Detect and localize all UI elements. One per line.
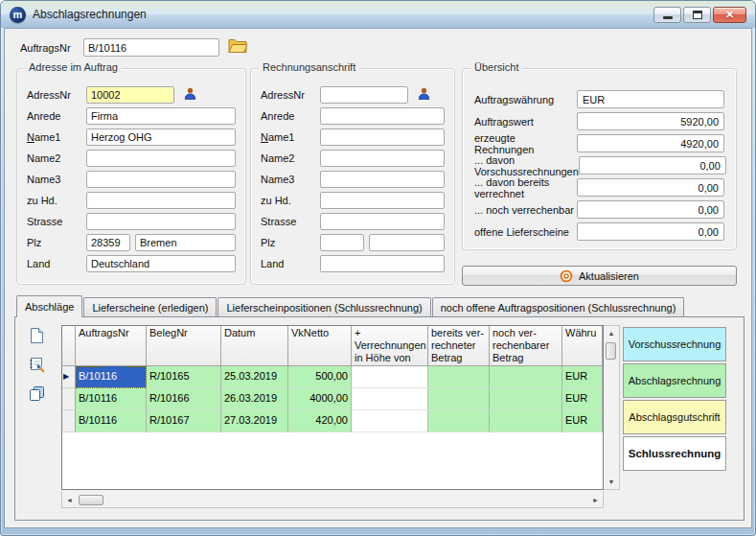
grid-vertical-scrollbar[interactable]: ▲ ▼ [604,325,620,490]
anrede-input[interactable] [320,107,445,125]
abschlagsrechnung-button[interactable]: Abschlagsrechnung [623,363,726,398]
cell-verrechnungen[interactable] [352,366,428,388]
grid-row[interactable]: B/10116 R/10167 27.03.2019 420,00 EUR [62,410,603,432]
aktualisieren-label: Aktualisieren [579,270,639,282]
cell-vknetto[interactable]: 4000,00 [288,388,352,410]
tab-lieferscheinpositionen[interactable]: Lieferscheinpositionen (Schlussrechnung) [218,297,430,317]
name3-input[interactable] [86,171,236,188]
noch-verrechenbar-value[interactable] [577,200,724,219]
adressnr-input[interactable] [320,86,408,104]
cell-noch-verrechenbar[interactable] [490,410,562,432]
grid-row[interactable]: B/10116 R/10166 26.03.2019 4000,00 EUR [62,388,603,410]
cell-belegnr[interactable]: R/10167 [147,410,221,432]
name2-label: Name2 [261,152,320,164]
plz-label: Plz [261,237,320,248]
name1-input[interactable] [320,128,445,146]
auftragswaehrung-value[interactable] [577,90,724,108]
col-header-datum[interactable]: Datum [221,326,288,366]
scroll-right-icon[interactable]: ► [588,493,603,507]
cell-bereits-verrechnet[interactable] [428,410,490,432]
col-header-vknetto[interactable]: VkNetto [288,326,352,366]
tab-offene-auftragspositionen[interactable]: noch offene Auftragspositionen (Schlussr… [432,297,685,317]
col-header-bereits-verrechnet[interactable]: bereits ver- rechneter Betrag [428,326,490,366]
grid-horizontal-scrollbar[interactable]: ◄ ► [61,492,604,508]
col-header-auftragsnr[interactable]: AuftragsNr [76,326,147,366]
cell-datum[interactable]: 27.03.2019 [221,410,288,432]
cell-verrechnungen[interactable] [352,388,428,410]
cell-waehrung[interactable]: EUR [562,366,603,388]
col-header-noch-verrechenbar[interactable]: noch ver- rechenbarer Betrag [490,326,562,366]
cell-bereits-verrechnet[interactable] [428,388,490,410]
cell-waehrung[interactable]: EUR [562,388,603,410]
cell-waehrung[interactable]: EUR [562,410,603,432]
cell-noch-verrechenbar[interactable] [490,366,562,388]
copy-document-icon[interactable] [26,383,47,404]
name2-input[interactable] [320,150,445,167]
auftragsnr-input[interactable] [83,38,219,57]
person-lookup-icon[interactable] [418,86,430,104]
plz-input[interactable] [86,234,130,251]
auftragswert-value[interactable] [577,112,724,130]
davon-vorschussrechnungen-value[interactable] [579,156,726,175]
name1-input[interactable] [86,128,236,146]
davon-bereits-verrechnet-value[interactable] [577,178,724,197]
scroll-up-icon[interactable]: ▲ [604,326,619,340]
erzeugte-rechnungen-value[interactable] [577,134,724,152]
offene-lieferscheine-value[interactable] [577,222,724,241]
strasse-input[interactable] [320,213,445,230]
cell-vknetto[interactable]: 500,00 [288,366,352,388]
land-input[interactable] [320,255,445,272]
new-document-icon[interactable] [26,325,47,346]
plz-input[interactable] [320,234,364,251]
cell-noch-verrechenbar[interactable] [490,388,562,410]
row-selector-cell [62,410,76,432]
aktualisieren-button[interactable]: Aktualisieren [462,266,737,286]
strasse-input[interactable] [86,213,236,230]
vertical-scroll-thumb[interactable] [606,342,616,360]
app-window: m Abschlagsrechnungen ✕ AuftragsNr Adres… [0,0,756,536]
cell-datum[interactable]: 25.03.2019 [221,366,288,388]
vorschussrechnung-button[interactable]: Vorschussrechnung [623,327,726,361]
col-header-verrechnungen[interactable]: + Verrechnungen in Höhe von [352,326,428,366]
land-input[interactable] [86,255,236,272]
zuhd-input[interactable] [320,192,445,209]
name3-input[interactable] [320,171,445,188]
maximize-button[interactable] [683,7,711,23]
close-button[interactable]: ✕ [713,7,746,23]
cell-auftragsnr[interactable]: B/10116 [76,366,147,388]
cell-vknetto[interactable]: 420,00 [288,410,352,432]
tab-lieferscheine-erledigen[interactable]: Lieferscheine (erledigen) [83,297,217,317]
grid-row[interactable]: ▶ B/10116 R/10165 25.03.2019 500,00 EUR [62,366,603,388]
col-header-waehrung[interactable]: Währu [562,326,603,366]
horizontal-scroll-thumb[interactable] [79,495,103,505]
open-folder-icon[interactable] [228,37,247,53]
zuhd-input[interactable] [86,192,236,209]
anrede-input[interactable] [86,107,236,125]
auftragsnr-label: AuftragsNr [20,42,71,54]
scroll-left-icon[interactable]: ◄ [62,493,77,507]
abschlagsgutschrift-button[interactable]: Abschlagsgutschrift [623,400,726,434]
col-header-belegnr[interactable]: BelegNr [147,326,221,366]
tab-abschlaege[interactable]: Abschläge [16,295,82,317]
cell-bereits-verrechnet[interactable] [428,366,490,388]
maximize-icon [693,11,702,19]
ort-input[interactable] [135,234,236,251]
minimize-button[interactable] [653,7,681,23]
adressnr-input[interactable] [86,86,174,104]
cell-belegnr[interactable]: R/10165 [147,366,221,388]
title-bar[interactable]: m Abschlagsrechnungen ✕ [1,1,755,28]
scroll-down-icon[interactable]: ▼ [604,475,619,489]
name2-label: Name2 [27,152,86,164]
cell-datum[interactable]: 26.03.2019 [221,388,288,410]
ort-input[interactable] [369,234,445,251]
schlussrechnung-button[interactable]: Schlussrechnung [623,436,726,471]
tab-bar: Abschläge Lieferscheine (erledigen) Lief… [16,295,685,317]
cell-belegnr[interactable]: R/10166 [147,388,221,410]
cell-verrechnungen[interactable] [352,410,428,432]
name2-input[interactable] [86,150,236,167]
person-lookup-icon[interactable] [184,86,196,104]
cell-auftragsnr[interactable]: B/10116 [76,410,147,432]
close-icon: ✕ [725,10,734,20]
cell-auftragsnr[interactable]: B/10116 [76,388,147,410]
edit-record-icon[interactable] [26,354,47,375]
